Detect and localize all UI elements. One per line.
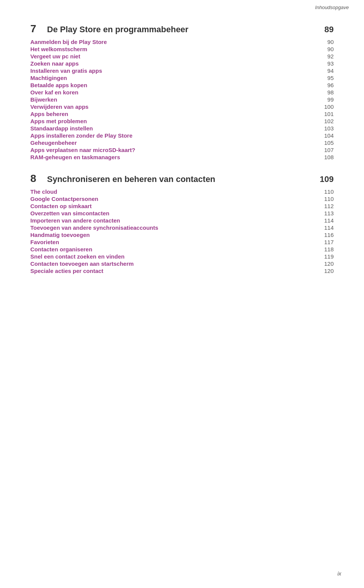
toc-item-label: Toevoegen van andere synchronisatieaccou… (30, 224, 311, 231)
toc-item-label: Standaardapp instellen (30, 125, 311, 132)
toc-item: Over kaf en koren98 (30, 89, 334, 96)
toc-item-label: Contacten toevoegen aan startscherm (30, 260, 311, 267)
toc-content: 7De Play Store en programmabeheer89Aanme… (0, 0, 364, 309)
toc-item-label: Apps met problemen (30, 118, 311, 124)
toc-item-label: Snel een contact zoeken en vinden (30, 253, 311, 260)
toc-item-label: Favorieten (30, 239, 311, 245)
toc-item-label: Het welkomstscherm (30, 46, 311, 52)
toc-item: Betaalde apps kopen96 (30, 82, 334, 88)
toc-item-page: 108 (311, 154, 334, 160)
toc-item: Zoeken naar apps93 (30, 60, 334, 67)
toc-item-label: Zoeken naar apps (30, 60, 311, 67)
toc-item-label: Geheugenbeheer (30, 140, 311, 146)
toc-item-label: Apps beheren (30, 111, 311, 117)
toc-item-page: 102 (311, 118, 334, 124)
toc-item: Handmatig toevoegen116 (30, 232, 334, 238)
toc-item-page: 95 (311, 75, 334, 81)
toc-item-page: 104 (311, 132, 334, 139)
toc-item-page: 113 (311, 210, 334, 216)
toc-item-page: 118 (311, 246, 334, 252)
toc-item: Installeren van gratis apps94 (30, 67, 334, 74)
chapter-8: 8Synchroniseren en beheren van contacten… (30, 172, 334, 274)
footer-page-number: ix (337, 571, 341, 577)
chapter-page-8: 109 (311, 174, 334, 184)
toc-item-page: 110 (311, 188, 334, 195)
toc-item-page: 98 (311, 89, 334, 96)
toc-item-page: 112 (311, 203, 334, 209)
toc-item: The cloud110 (30, 188, 334, 195)
chapter-title-row-8: 8Synchroniseren en beheren van contacten… (30, 172, 334, 185)
toc-item-page: 105 (311, 140, 334, 146)
toc-item-page: 90 (311, 39, 334, 45)
toc-item-page: 120 (311, 268, 334, 274)
toc-item-label: Betaalde apps kopen (30, 82, 311, 88)
toc-item-label: Aanmelden bij de Play Store (30, 39, 311, 45)
chapter-title-row-7: 7De Play Store en programmabeheer89 (30, 23, 334, 35)
toc-item: Speciale acties per contact120 (30, 268, 334, 274)
chapter-page-7: 89 (311, 25, 334, 34)
toc-item: Contacten organiseren118 (30, 246, 334, 252)
toc-item: Toevoegen van andere synchronisatieaccou… (30, 224, 334, 231)
toc-item-page: 116 (311, 232, 334, 238)
toc-item-page: 110 (311, 196, 334, 202)
toc-item-page: 90 (311, 46, 334, 52)
chapter-number-8: 8 (30, 172, 41, 185)
toc-item-label: Over kaf en koren (30, 89, 311, 96)
toc-item: Verwijderen van apps100 (30, 103, 334, 110)
toc-item-label: Speciale acties per contact (30, 268, 311, 274)
header-label: Inhoudsopgave (315, 5, 349, 10)
toc-item: Apps verplaatsen naar microSD-kaart?107 (30, 147, 334, 153)
chapter-7: 7De Play Store en programmabeheer89Aanme… (30, 23, 334, 160)
toc-item-label: Machtigingen (30, 75, 311, 81)
toc-item-label: Contacten organiseren (30, 246, 311, 252)
toc-item-page: 96 (311, 82, 334, 88)
chapter-title-text-7: De Play Store en programmabeheer (47, 25, 311, 34)
toc-item: Importeren van andere contacten114 (30, 217, 334, 224)
toc-item-label: Apps verplaatsen naar microSD-kaart? (30, 147, 311, 153)
toc-item: Apps met problemen102 (30, 118, 334, 124)
chapter-title-text-8: Synchroniseren en beheren van contacten (47, 174, 311, 184)
toc-item-page: 99 (311, 96, 334, 103)
toc-item-page: 93 (311, 60, 334, 67)
toc-list-8: The cloud110Google Contactpersonen110Con… (30, 188, 334, 274)
toc-item-page: 119 (311, 253, 334, 260)
toc-item-page: 101 (311, 111, 334, 117)
toc-item-label: Vergeet uw pc niet (30, 53, 311, 60)
toc-item-label: Handmatig toevoegen (30, 232, 311, 238)
toc-item: Overzetten van simcontacten113 (30, 210, 334, 216)
toc-item-label: Bijwerken (30, 96, 311, 103)
toc-item: Snel een contact zoeken en vinden119 (30, 253, 334, 260)
toc-item-label: Apps installeren zonder de Play Store (30, 132, 311, 139)
toc-item-page: 103 (311, 125, 334, 132)
toc-item-label: Installeren van gratis apps (30, 67, 311, 74)
chapter-number-7: 7 (30, 23, 41, 35)
toc-item-page: 94 (311, 67, 334, 74)
toc-item: RAM-geheugen en taskmanagers108 (30, 154, 334, 160)
toc-item-label: RAM-geheugen en taskmanagers (30, 154, 311, 160)
toc-item-label: Importeren van andere contacten (30, 217, 311, 224)
toc-item: Apps beheren101 (30, 111, 334, 117)
toc-item: Google Contactpersonen110 (30, 196, 334, 202)
toc-item: Machtigingen95 (30, 75, 334, 81)
toc-item-page: 92 (311, 53, 334, 60)
toc-item-label: Verwijderen van apps (30, 103, 311, 110)
toc-item-page: 114 (311, 217, 334, 224)
toc-item: Contacten toevoegen aan startscherm120 (30, 260, 334, 267)
toc-item-page: 100 (311, 103, 334, 110)
toc-item: Apps installeren zonder de Play Store104 (30, 132, 334, 139)
toc-item-page: 107 (311, 147, 334, 153)
toc-item: Contacten op simkaart112 (30, 203, 334, 209)
toc-item: Favorieten117 (30, 239, 334, 245)
toc-item-label: The cloud (30, 188, 311, 195)
toc-item: Aanmelden bij de Play Store90 (30, 39, 334, 45)
toc-item: Standaardapp instellen103 (30, 125, 334, 132)
toc-item: Geheugenbeheer105 (30, 140, 334, 146)
toc-item-label: Contacten op simkaart (30, 203, 311, 209)
toc-item: Bijwerken99 (30, 96, 334, 103)
toc-item-label: Google Contactpersonen (30, 196, 311, 202)
toc-item: Het welkomstscherm90 (30, 46, 334, 52)
toc-item-page: 114 (311, 224, 334, 231)
toc-item-label: Overzetten van simcontacten (30, 210, 311, 216)
toc-item: Vergeet uw pc niet92 (30, 53, 334, 60)
toc-list-7: Aanmelden bij de Play Store90Het welkoms… (30, 39, 334, 160)
